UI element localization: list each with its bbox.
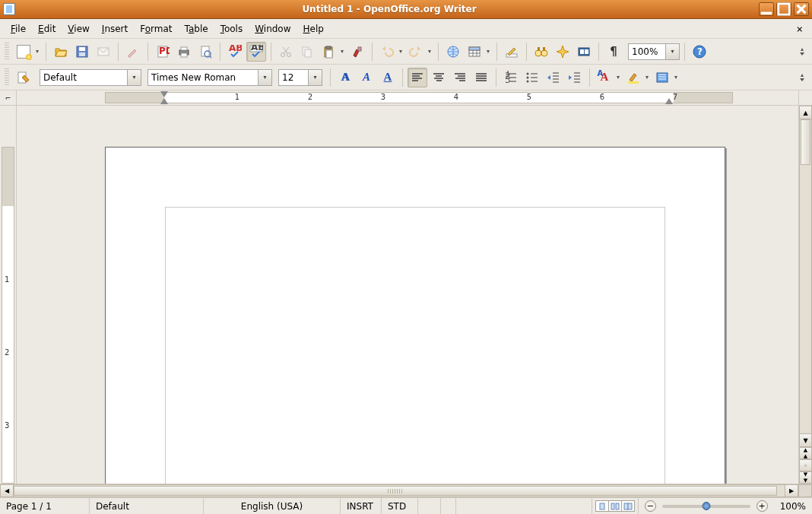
highlight-color-button[interactable]: [623, 68, 643, 87]
horizontal-scroll-thumb[interactable]: [14, 486, 777, 496]
font-name-input[interactable]: [151, 70, 258, 85]
spellcheck-button[interactable]: ABC: [225, 42, 245, 62]
scroll-left-button[interactable]: ◀: [0, 484, 14, 497]
status-language[interactable]: English (USA): [204, 498, 341, 514]
multi-page-view-button[interactable]: [608, 500, 622, 512]
align-center-button[interactable]: [429, 68, 449, 87]
font-color-dropdown[interactable]: ▾: [614, 68, 622, 87]
toolbar-handle[interactable]: [5, 43, 9, 61]
document-page[interactable]: [105, 147, 725, 484]
toolbar-handle[interactable]: [5, 68, 9, 87]
format-paintbrush-button[interactable]: [347, 42, 367, 62]
menu-file[interactable]: File: [5, 21, 32, 36]
close-document-button[interactable]: ×: [792, 23, 807, 35]
print-button[interactable]: [174, 42, 194, 62]
font-name-dropdown-button[interactable]: ▾: [258, 70, 271, 85]
help-button[interactable]: ?: [690, 42, 709, 62]
status-page[interactable]: Page 1 / 1: [0, 498, 90, 514]
background-color-dropdown[interactable]: ▾: [672, 68, 680, 87]
copy-button[interactable]: [297, 42, 317, 62]
paragraph-style-dropdown-button[interactable]: ▾: [127, 70, 141, 85]
status-page-style[interactable]: Default: [90, 498, 204, 514]
navigator-button[interactable]: [553, 42, 573, 62]
status-modified[interactable]: [418, 498, 441, 514]
horizontal-scrollbar[interactable]: ◀ ▶: [0, 484, 812, 497]
paste-button[interactable]: [319, 42, 338, 62]
hyperlink-button[interactable]: [443, 42, 463, 62]
menu-edit[interactable]: Edit: [32, 21, 62, 36]
print-preview-button[interactable]: [195, 42, 215, 62]
insert-table-button[interactable]: [465, 42, 484, 62]
show-draw-functions-button[interactable]: [502, 42, 522, 62]
undo-dropdown[interactable]: ▾: [397, 42, 404, 62]
right-indent-marker[interactable]: [665, 98, 673, 104]
email-document-button[interactable]: [94, 42, 113, 62]
increase-indent-button[interactable]: [565, 68, 585, 87]
menu-format[interactable]: Format: [134, 21, 178, 36]
menu-view[interactable]: View: [62, 21, 95, 36]
horizontal-ruler[interactable]: 1 2 3 4 5 6 7: [17, 90, 798, 105]
align-right-button[interactable]: [450, 68, 470, 87]
vertical-scrollbar[interactable]: ▲ ▼ ▲▲ ◦ ▼▼: [798, 106, 812, 484]
open-button[interactable]: [51, 42, 71, 62]
background-color-button[interactable]: [652, 68, 672, 87]
book-view-button[interactable]: [621, 500, 635, 512]
styles-formatting-button[interactable]: [14, 68, 33, 87]
previous-page-button[interactable]: ▲▲: [799, 447, 812, 459]
zoom-dropdown-button[interactable]: ▾: [665, 44, 679, 59]
toolbar-overflow-button[interactable]: [797, 42, 807, 62]
align-justify-button[interactable]: [471, 68, 491, 87]
window-maximize-button[interactable]: [776, 2, 791, 16]
redo-dropdown[interactable]: ▾: [426, 42, 433, 62]
paragraph-style-combo[interactable]: ▾: [40, 69, 141, 86]
toolbar-overflow-button[interactable]: [797, 68, 807, 87]
decrease-indent-button[interactable]: [544, 68, 563, 87]
undo-button[interactable]: [377, 42, 397, 62]
status-zoom-readout[interactable]: 100%: [774, 498, 812, 514]
vertical-scroll-track[interactable]: [799, 119, 812, 433]
menu-insert[interactable]: Insert: [96, 21, 134, 36]
menu-window[interactable]: Window: [249, 21, 297, 36]
cut-button[interactable]: [276, 42, 296, 62]
auto-spellcheck-button[interactable]: ABC: [246, 42, 266, 62]
highlight-color-dropdown[interactable]: ▾: [643, 68, 651, 87]
vertical-ruler[interactable]: 1 2 3: [0, 106, 17, 484]
scroll-right-button[interactable]: ▶: [785, 484, 798, 497]
single-page-view-button[interactable]: [595, 500, 609, 512]
next-page-button[interactable]: ▼▼: [799, 471, 812, 484]
paragraph-style-input[interactable]: [43, 70, 127, 85]
horizontal-scroll-track[interactable]: [14, 484, 785, 497]
status-signature[interactable]: [441, 498, 456, 514]
vertical-scroll-thumb[interactable]: [801, 119, 810, 165]
find-replace-button[interactable]: [531, 42, 551, 62]
paste-dropdown[interactable]: ▾: [338, 42, 346, 62]
window-minimize-button[interactable]: [759, 2, 774, 16]
font-size-combo[interactable]: ▾: [278, 69, 322, 86]
font-name-combo[interactable]: ▾: [147, 69, 272, 86]
status-insert-mode[interactable]: INSRT: [341, 498, 382, 514]
export-pdf-button[interactable]: PDF: [153, 42, 173, 62]
bold-button[interactable]: A: [335, 68, 355, 87]
first-line-indent-marker[interactable]: [160, 91, 168, 97]
scroll-up-button[interactable]: ▲: [799, 106, 812, 119]
document-canvas[interactable]: [17, 106, 798, 484]
align-left-button[interactable]: [408, 68, 427, 87]
gallery-button[interactable]: [574, 42, 594, 62]
nonprinting-chars-button[interactable]: ¶: [604, 42, 623, 62]
save-button[interactable]: [72, 42, 92, 62]
zoom-input[interactable]: [632, 44, 665, 59]
zoom-combo[interactable]: ▾: [628, 43, 680, 60]
zoom-out-button[interactable]: −: [645, 500, 656, 512]
font-color-button[interactable]: AA: [595, 68, 614, 87]
edit-file-button[interactable]: [123, 42, 143, 62]
numbered-list-button[interactable]: 123: [501, 68, 521, 87]
status-selection-mode[interactable]: STD: [382, 498, 418, 514]
zoom-slider-thumb[interactable]: [702, 502, 710, 510]
redo-button[interactable]: [406, 42, 426, 62]
insert-table-dropdown[interactable]: ▾: [484, 42, 492, 62]
new-document-dropdown[interactable]: ▾: [33, 42, 41, 62]
zoom-slider-track[interactable]: [662, 505, 750, 508]
bullet-list-button[interactable]: [522, 68, 542, 87]
scroll-down-button[interactable]: ▼: [799, 433, 812, 447]
italic-button[interactable]: A: [357, 68, 376, 87]
